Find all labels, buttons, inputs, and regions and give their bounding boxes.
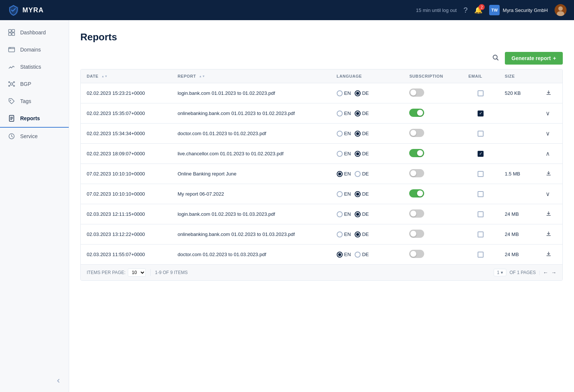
cell-email: ✓ bbox=[462, 144, 499, 164]
lang-de-radio[interactable]: DE bbox=[355, 191, 369, 197]
email-checkbox[interactable] bbox=[478, 252, 484, 258]
lang-en-radio[interactable]: EN bbox=[337, 90, 351, 96]
expand-button[interactable]: ∨ bbox=[546, 110, 550, 117]
cell-subscription[interactable] bbox=[403, 204, 462, 224]
lang-de-radio[interactable]: DE bbox=[355, 231, 369, 237]
generate-report-button[interactable]: Generate report + bbox=[505, 52, 563, 65]
logo[interactable]: MYRA bbox=[7, 4, 44, 16]
subscription-toggle[interactable] bbox=[409, 230, 424, 238]
subscription-toggle[interactable] bbox=[409, 88, 424, 97]
subscription-toggle[interactable] bbox=[409, 250, 424, 258]
subscription-toggle[interactable] bbox=[409, 149, 424, 157]
help-icon[interactable]: ? bbox=[463, 6, 467, 15]
email-checkbox[interactable]: ✓ bbox=[478, 151, 484, 157]
cell-report: onlinebanking.bank.com 01.01.2023 to 01.… bbox=[172, 103, 331, 124]
subscription-toggle[interactable] bbox=[409, 189, 424, 197]
download-button[interactable] bbox=[546, 231, 552, 238]
table-row: 02.03.2023 11:55:07+0000doctor.com 01.02… bbox=[81, 245, 562, 265]
lang-en-radio[interactable]: EN bbox=[337, 191, 351, 197]
user-avatar[interactable] bbox=[555, 4, 567, 16]
sidebar-item-tags[interactable]: Tags bbox=[0, 93, 69, 110]
items-per-page-label: ITEMS PER PAGE: bbox=[87, 270, 126, 275]
cell-action: ∧ bbox=[540, 144, 562, 164]
subscription-toggle[interactable] bbox=[409, 209, 424, 218]
cell-action bbox=[540, 164, 562, 184]
sidebar-item-bgp[interactable]: BGP bbox=[0, 75, 69, 93]
email-checkbox[interactable] bbox=[478, 231, 484, 237]
email-checkbox[interactable] bbox=[478, 191, 484, 197]
download-button[interactable] bbox=[546, 90, 552, 97]
cell-size: 24 MB bbox=[499, 224, 540, 245]
cell-size bbox=[499, 184, 540, 204]
layout: Dashboard Domains Statistics BGP Tags bbox=[0, 20, 574, 392]
email-checkbox[interactable] bbox=[478, 211, 484, 217]
lang-en-radio[interactable]: EN bbox=[337, 151, 351, 157]
cell-size: 1.5 MB bbox=[499, 164, 540, 184]
cell-subscription[interactable] bbox=[403, 224, 462, 245]
lang-en-radio[interactable]: EN bbox=[337, 171, 351, 177]
col-header-date[interactable]: DATE ▲▼ bbox=[81, 69, 172, 83]
cell-size: 24 MB bbox=[499, 204, 540, 224]
page-select[interactable]: 1 ▾ bbox=[494, 269, 507, 276]
email-checkbox[interactable]: ✓ bbox=[478, 111, 484, 116]
subscription-toggle[interactable] bbox=[409, 169, 424, 177]
sidebar-item-reports[interactable]: Reports bbox=[0, 110, 69, 128]
sidebar-item-service[interactable]: Service bbox=[0, 128, 69, 145]
download-button[interactable] bbox=[546, 211, 552, 218]
cell-subscription[interactable] bbox=[403, 144, 462, 164]
prev-page-button[interactable]: ← bbox=[543, 270, 548, 276]
sidebar-item-statistics[interactable]: Statistics bbox=[0, 58, 69, 75]
lang-en-radio[interactable]: EN bbox=[337, 211, 351, 217]
lang-en-radio[interactable]: EN bbox=[337, 111, 351, 116]
cell-subscription[interactable] bbox=[403, 124, 462, 144]
main-content: Reports Generate report + DATE ▲▼ bbox=[69, 20, 574, 392]
email-checkbox-wrap bbox=[468, 252, 493, 258]
email-checkbox[interactable] bbox=[478, 171, 484, 177]
bgp-icon bbox=[7, 80, 16, 88]
lang-en-radio[interactable]: EN bbox=[337, 252, 351, 258]
search-button[interactable] bbox=[491, 53, 500, 64]
sidebar-label-domains: Domains bbox=[20, 47, 41, 53]
cell-subscription[interactable] bbox=[403, 103, 462, 124]
lang-de-radio[interactable]: DE bbox=[355, 111, 369, 116]
lang-en-radio[interactable]: EN bbox=[337, 231, 351, 237]
lang-de-radio[interactable]: DE bbox=[355, 211, 369, 217]
email-checkbox[interactable] bbox=[478, 90, 484, 96]
lang-de-radio[interactable]: DE bbox=[355, 252, 369, 258]
cell-subscription[interactable] bbox=[403, 164, 462, 184]
next-page-button[interactable]: → bbox=[551, 270, 556, 276]
sidebar-label-statistics: Statistics bbox=[20, 64, 41, 70]
svg-point-18 bbox=[493, 55, 497, 59]
cell-subscription[interactable] bbox=[403, 184, 462, 204]
lang-en-radio[interactable]: EN bbox=[337, 131, 351, 137]
lang-de-radio[interactable]: DE bbox=[355, 171, 369, 177]
lang-de-radio[interactable]: DE bbox=[355, 151, 369, 157]
sidebar-collapse-button[interactable] bbox=[0, 373, 69, 388]
cell-subscription[interactable] bbox=[403, 245, 462, 265]
reports-icon bbox=[7, 114, 16, 122]
download-button[interactable] bbox=[546, 170, 552, 178]
radio-en-circle bbox=[337, 90, 343, 96]
cell-language: EN DE bbox=[331, 83, 404, 103]
sidebar-item-domains[interactable]: Domains bbox=[0, 41, 69, 58]
subscription-toggle[interactable] bbox=[409, 109, 424, 117]
org-info[interactable]: TW Myra Security GmbH bbox=[489, 5, 548, 15]
items-per-page-select[interactable]: 10 25 50 bbox=[128, 268, 146, 277]
subscription-toggle[interactable] bbox=[409, 129, 424, 137]
service-icon bbox=[7, 132, 16, 140]
sidebar-item-dashboard[interactable]: Dashboard bbox=[0, 24, 69, 41]
col-header-report[interactable]: REPORT ▲▼ bbox=[172, 69, 331, 83]
cell-date: 02.02.2023 18:09:07+0000 bbox=[81, 144, 172, 164]
lang-de-radio[interactable]: DE bbox=[355, 131, 369, 137]
expand-button[interactable]: ∨ bbox=[546, 130, 550, 137]
expand-button[interactable]: ∨ bbox=[546, 190, 550, 197]
lang-de-radio[interactable]: DE bbox=[355, 90, 369, 96]
expand-button[interactable]: ∧ bbox=[546, 150, 550, 157]
chevron-down-icon: ▾ bbox=[501, 270, 503, 275]
sidebar: Dashboard Domains Statistics BGP Tags bbox=[0, 20, 69, 392]
radio-de-circle bbox=[355, 90, 361, 96]
cell-subscription[interactable] bbox=[403, 83, 462, 103]
notifications-icon[interactable]: 🔔 2 bbox=[474, 6, 482, 14]
download-button[interactable] bbox=[546, 251, 552, 258]
email-checkbox[interactable] bbox=[478, 131, 484, 137]
